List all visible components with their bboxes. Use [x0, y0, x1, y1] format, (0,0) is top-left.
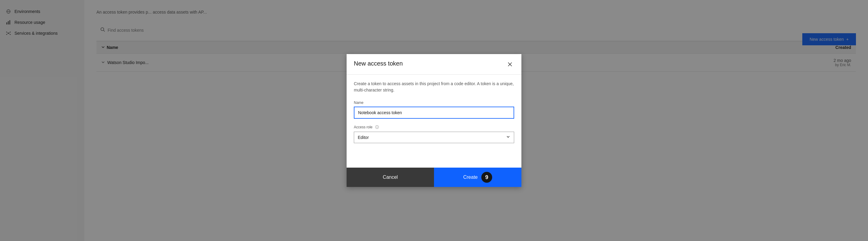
modal-overlay: New access token Create a token to acces… — [0, 0, 868, 241]
access-role-label-text: Access role — [354, 125, 373, 129]
modal: New access token Create a token to acces… — [347, 54, 521, 187]
modal-body: Create a token to access assets in this … — [347, 75, 521, 168]
name-input[interactable] — [354, 107, 514, 119]
step-badge: 9 — [481, 172, 492, 183]
modal-footer: Cancel Create 9 — [347, 168, 521, 187]
access-role-field: Access role ⓘ Viewer Editor Admin — [354, 125, 514, 143]
access-role-select-wrap: Viewer Editor Admin — [354, 132, 514, 143]
cancel-button[interactable]: Cancel — [347, 168, 434, 187]
create-button[interactable]: Create 9 — [434, 168, 521, 187]
cancel-label: Cancel — [383, 175, 398, 180]
modal-close-button[interactable] — [506, 60, 514, 70]
modal-description: Create a token to access assets in this … — [354, 81, 514, 93]
access-role-label: Access role ⓘ — [354, 125, 514, 130]
access-role-info-icon: ⓘ — [375, 125, 379, 129]
modal-title: New access token — [354, 60, 403, 67]
modal-header: New access token — [347, 54, 521, 75]
name-field: Name — [354, 101, 514, 119]
access-role-select[interactable]: Viewer Editor Admin — [354, 132, 514, 143]
step-number: 9 — [485, 174, 488, 181]
create-label: Create — [463, 175, 478, 180]
name-label: Name — [354, 101, 514, 105]
